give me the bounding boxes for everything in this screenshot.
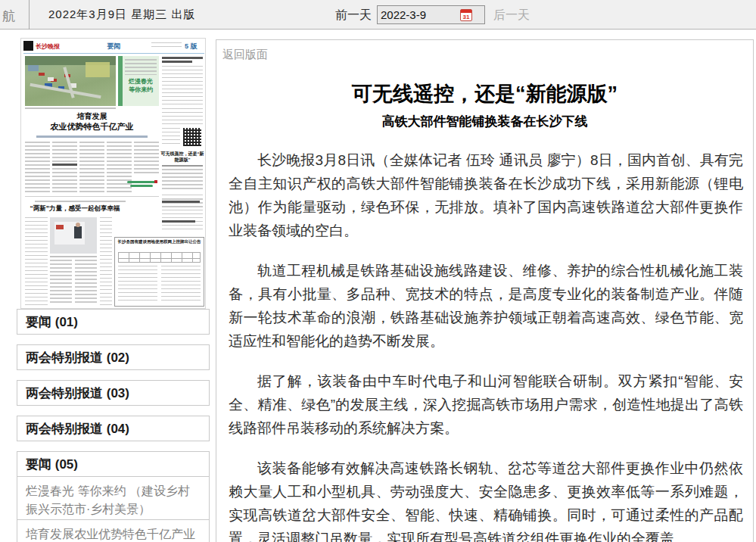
article-paragraph: 长沙晚报3月8日讯（全媒体记者 伍玲 通讯员 廖宁）8日，国内首创、具有完全自主… [229,148,743,242]
calendar-icon[interactable]: 31 [460,9,472,21]
thumb-text-column [118,266,157,304]
article-body: 长沙晚报3月8日讯（全媒体记者 伍玲 通讯员 廖宁）8日，国内首创、具有完全自主… [229,148,743,542]
nav-label-clipped[interactable]: 航 [2,8,15,25]
thumb-page-info-lines [151,42,182,50]
thumb-text-column [25,217,48,305]
thumb-text-column [100,217,112,305]
thumb-wireless-headline: 可无线遥控，还是“新能源版” [160,151,205,163]
photo-road [30,83,101,98]
photo2-caption-line [50,256,97,257]
top-toolbar: 航 2022年3月9日 星期三 出版 前一天 31 后一天 [0,0,756,30]
thumb-headline-bar [52,164,77,166]
thumb-kicker-line [35,201,126,202]
article-paragraph: 据了解，该装备由中车时代电子和山河智能联合研制。双方紧扣“智能、安全、精准、绿色… [229,369,743,440]
photo2-red-part [56,225,64,229]
thumb-text-column [79,142,104,195]
article-paragraph: 该装备能够有效解决高速铁路长钢轨、岔芯等道岔大部件更换作业中仍然依赖大量人工和小… [229,456,743,542]
thumb-text-column [75,260,97,305]
photo2-head [76,223,80,227]
thumb-text-lines [162,66,203,105]
sidebar-section-yaowen-01[interactable]: 要闻 (01) [17,309,210,335]
thumb-subhead-line [36,136,148,138]
thumb-text-column [50,260,72,305]
photo-road [63,67,74,98]
photo-pond [28,65,39,71]
next-day-button[interactable]: 后一天 [493,8,530,23]
thumb-page-number: 5 版 [185,42,198,51]
green-feature-title-line1: 烂漫春光 [124,78,157,85]
photo2-figure [74,226,82,238]
red-seal-mark [154,180,157,183]
green-feature-title-line2: 等你来约 [124,86,157,93]
green-logo-stroke [127,181,157,183]
date-picker-field[interactable]: 31 [377,5,485,24]
thumb-headline-bar [162,201,200,203]
date-input[interactable] [381,8,460,21]
thumb-section-divider [25,196,159,197]
publication-date-text: 2022年3月9日 星期三 出版 [48,8,195,22]
thumb-text-column [134,142,159,176]
toolbar-divider [29,0,30,30]
thumb-headline-bar [162,57,203,59]
newspaper-page-thumbnail[interactable]: 长沙晚报 要闻 5 版 烂漫春光 等你来约 可无线遥控，还是“新能源版” 培育发… [20,38,206,309]
photo-caption-line [25,107,116,109]
sidebar-section-lianghui-03[interactable]: 两会特别报道 (03) [17,380,210,406]
thumb-main-headline-line2: 农业优势特色千亿产业 [25,121,159,132]
photo-roof-red [39,73,45,76]
thumb-text-lines [162,108,203,126]
green-feature-tab [118,56,123,106]
thumb-header-rule [23,53,204,54]
photo-field [86,62,110,77]
article-subtitle: 高铁大部件智能铺换装备在长沙下线 [224,113,745,130]
calendar-icon-day: 31 [461,14,471,21]
land-notice-table [118,252,201,263]
thumb-text-column [52,142,77,195]
thumb-text-column [107,142,132,195]
thumb-wireless-subtitle-line [162,165,203,167]
green-feature-text-lines [125,59,157,75]
calendar-icon-header [461,10,471,13]
qr-code [183,128,201,146]
thumb-text-lines [162,169,203,192]
thumb-second-headline: “两新”力量，感受一起创享幸福 [25,204,125,213]
thumb-text-column [25,142,50,195]
sidebar-article-link[interactable]: 烂漫春光 等你来约 （建设乡村振兴示范市·乡村美景） [17,476,210,525]
previous-day-button[interactable]: 前一天 [335,8,372,23]
green-logo-stroke [130,185,153,187]
thumb-headline-bar [162,220,195,223]
sidebar-section-lianghui-04[interactable]: 两会特别报道 (04) [17,416,210,441]
article-title: 可无线遥控，还是“新能源版” [224,80,745,107]
article-paragraph: 轨道工程机械是铁路基础设施线路建设、维修、养护的综合性机械化施工装备，具有小批量… [229,259,743,353]
thumb-main-headline-line1: 培育发展 [25,112,159,121]
back-to-page-link[interactable]: 返回版面 [222,48,268,62]
sidebar-section-yaowen-05[interactable]: 要闻 (05) [17,451,210,477]
sidebar-article-link[interactable]: 培育发展农业优势特色千亿产业 [17,519,210,542]
thumb-text-column [161,266,201,304]
land-notice-title: 长沙县国有建设用地使用权网上挂牌出让公告 [117,239,202,245]
land-notice-box: 长沙县国有建设用地使用权网上挂牌出让公告 [114,237,204,307]
sidebar-section-lianghui-02[interactable]: 两会特别报道 (02) [17,344,210,370]
article-panel: 返回版面 可无线遥控，还是“新能源版” 高铁大部件智能铺换装备在长沙下线 长沙晚… [216,39,754,542]
worker-photo [50,217,97,254]
aerial-village-photo [25,56,116,106]
photo-building [48,77,54,81]
thumb-headline-bar [162,61,192,63]
thumb-text-lines [162,128,180,146]
